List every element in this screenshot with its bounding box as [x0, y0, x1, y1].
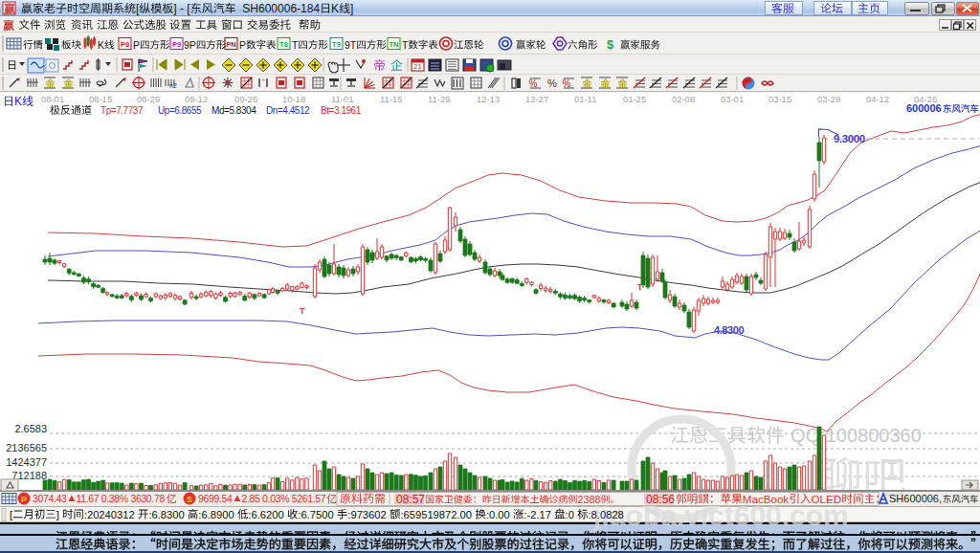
svg-text:08:57: 08:57 — [396, 493, 425, 506]
svg-text:Bt=3.1961: Bt=3.1961 — [321, 105, 362, 116]
svg-text:2136565: 2136565 — [6, 442, 47, 453]
svg-text:08-29: 08-29 — [137, 94, 160, 104]
svg-text:Dn=4.4512: Dn=4.4512 — [266, 105, 310, 116]
svg-text:%: % — [529, 78, 538, 89]
svg-text:10-18: 10-18 — [282, 94, 305, 104]
svg-text:] - [: ] - [ — [173, 2, 190, 15]
svg-text:Md=5.8304: Md=5.8304 — [212, 105, 256, 116]
svg-text:03-15: 03-15 — [768, 94, 791, 104]
svg-text:02-08: 02-08 — [672, 94, 695, 104]
svg-text:9P: 9P — [184, 39, 196, 51]
svg-text:T9: T9 — [332, 40, 341, 49]
svg-text:11-15: 11-15 — [380, 94, 403, 104]
svg-text:TN: TN — [390, 40, 399, 49]
svg-text:P9: P9 — [172, 40, 181, 49]
svg-text:Up=6.8655: Up=6.8655 — [158, 105, 202, 116]
svg-text:01-11: 01-11 — [574, 94, 597, 104]
svg-text:[: [ — [10, 509, 13, 520]
svg-text::659519872.00: :659519872.00 — [400, 509, 475, 520]
svg-text::0: :0 — [566, 509, 577, 520]
svg-text:S: S — [187, 495, 192, 504]
svg-text:T: T — [292, 39, 299, 51]
svg-text:21: 21 — [413, 62, 421, 71]
svg-text:T: T — [402, 39, 409, 51]
svg-text:MacBook: MacBook — [743, 493, 790, 505]
svg-text:12-27: 12-27 — [525, 94, 548, 104]
svg-text:K: K — [98, 39, 104, 51]
svg-text::6.8900: :6.8900 — [198, 509, 236, 520]
svg-text:08-01: 08-01 — [41, 94, 64, 104]
svg-text:K: K — [331, 2, 339, 15]
svg-text::8.0828: :8.0828 — [589, 509, 624, 520]
svg-text:P8: P8 — [121, 40, 129, 49]
svg-text:K: K — [14, 95, 22, 108]
svg-text:11-29: 11-29 — [428, 94, 451, 104]
svg-text:09-26: 09-26 — [234, 94, 257, 104]
svg-text:QQ:100800360: QQ:100800360 — [791, 425, 922, 446]
svg-text:9.3000: 9.3000 — [834, 133, 865, 144]
svg-text:11.67 0.38% 3630.78: 11.67 0.38% 3630.78 — [77, 493, 166, 504]
svg-text:9699.54: 9699.54 — [198, 493, 233, 504]
svg-text:[: [ — [136, 2, 140, 15]
svg-text:OLED: OLED — [812, 493, 842, 505]
svg-text:09-12: 09-12 — [185, 94, 208, 104]
svg-text:$: $ — [607, 37, 614, 52]
svg-text:P: P — [21, 495, 27, 504]
svg-text:12-13: 12-13 — [477, 94, 500, 104]
svg-text:3074.43: 3074.43 — [33, 493, 67, 504]
svg-text:1424377: 1424377 — [6, 456, 47, 468]
svg-text:P: P — [133, 39, 140, 51]
svg-text:4.8300: 4.8300 — [714, 324, 745, 336]
svg-text:2.85 0.03% 5261.57: 2.85 0.03% 5261.57 — [242, 493, 326, 504]
svg-text:2.6583: 2.6583 — [14, 423, 47, 434]
svg-text:T8: T8 — [279, 40, 288, 49]
svg-text:11-01: 11-01 — [331, 94, 354, 104]
svg-text:9T: 9T — [345, 39, 357, 51]
svg-text::6.7500: :6.7500 — [298, 509, 336, 520]
svg-text:": " — [262, 77, 265, 86]
svg-text:%: % — [563, 78, 571, 89]
svg-text:]: ] — [350, 2, 353, 15]
svg-text:01-25: 01-25 — [623, 94, 646, 104]
svg-text:%: % — [547, 77, 557, 89]
svg-text:PN: PN — [226, 40, 235, 49]
svg-text::973602: :973602 — [347, 509, 390, 520]
svg-text:SH600006-184: SH600006-184 — [236, 2, 321, 15]
svg-text:03-29: 03-29 — [817, 94, 840, 104]
svg-text::20240312: :20240312 — [84, 509, 138, 520]
svg-text:08:56: 08:56 — [646, 493, 675, 506]
svg-text:SH600006,: SH600006, — [889, 493, 942, 504]
svg-text:P: P — [239, 39, 246, 51]
svg-text::6.6200: :6.6200 — [248, 509, 286, 520]
svg-text:600006: 600006 — [906, 102, 942, 114]
svg-text:T: T — [300, 306, 305, 316]
svg-text:08-15: 08-15 — [89, 94, 112, 104]
svg-text::0.00: :0.00 — [486, 509, 513, 520]
svg-text:2388: 2388 — [577, 494, 600, 505]
svg-text::6.8300: :6.8300 — [148, 509, 187, 520]
svg-text:03-01: 03-01 — [721, 94, 744, 104]
svg-text:Tp=7.7737: Tp=7.7737 — [100, 105, 144, 116]
svg-text::-2.17: :-2.17 — [523, 509, 554, 520]
svg-text:04-12: 04-12 — [866, 94, 889, 104]
svg-text:n2: n2 — [169, 82, 177, 89]
svg-text:]: ] — [56, 509, 62, 520]
